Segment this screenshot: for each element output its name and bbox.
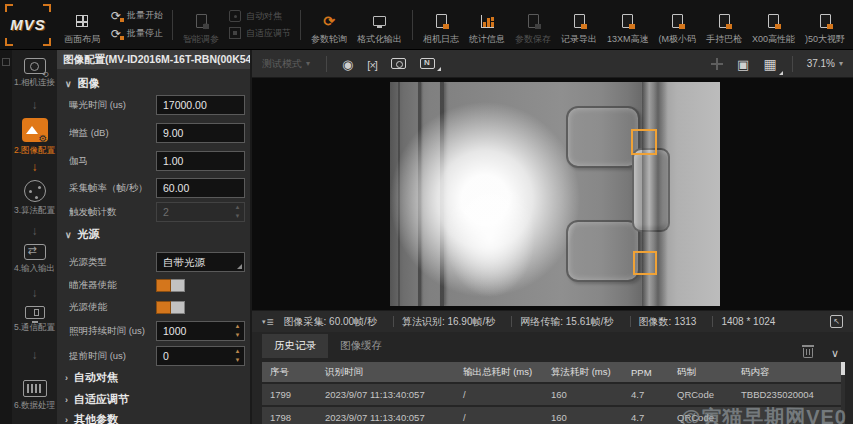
network-rate: 网络传输: 15.61帧/秒 — [520, 315, 613, 329]
barcode-icon — [23, 380, 47, 397]
advance-time-input[interactable]: 0 ▲▼ — [156, 346, 245, 366]
roi-box — [631, 129, 657, 155]
section-image[interactable]: ∨图像 — [65, 76, 100, 91]
crosshair-button[interactable] — [367, 55, 377, 73]
trigger-count-row: 触发帧计数 2 ▲▼ — [69, 202, 245, 222]
exposure-input[interactable]: 17000.00 — [156, 95, 245, 115]
flow-arrow-icon: ↓ — [12, 160, 57, 174]
smart-tune-button[interactable]: ⚙ 智能调参 — [178, 4, 224, 46]
pan-button[interactable] — [711, 58, 723, 70]
framerate-input[interactable]: 60.00 — [156, 178, 245, 198]
flow-arrow-icon: ↓ — [12, 286, 57, 300]
spinner-icon[interactable]: ▲▼ — [233, 323, 242, 339]
step-communication-config[interactable]: 5.通信配置 — [12, 306, 57, 334]
step-camera-connect[interactable]: 1.相机连接 — [12, 58, 57, 89]
logo-corner-icon — [5, 38, 13, 46]
zoom-level: 37.1% — [807, 58, 835, 69]
chevron-down-icon: ∨ — [65, 230, 72, 240]
table-scrollbar[interactable] — [841, 362, 845, 420]
viewer-status-bar: ▾≡ 图像采集: 60.00帧/秒 算法识别: 16.90帧/秒 网络传输: 1… — [252, 310, 853, 332]
status-menu-icon[interactable]: ▾≡ — [262, 317, 274, 327]
preset-large-fov-button[interactable]: )50大视野 — [800, 4, 850, 46]
monitor-icon — [373, 13, 386, 30]
section-other[interactable]: ›其他参数 — [65, 412, 118, 424]
section-adaptive[interactable]: ›自适应调节 — [65, 392, 129, 407]
section-autofocus[interactable]: ›自动对焦 — [65, 370, 118, 385]
loop-start-icon — [109, 9, 123, 23]
preset-doc-icon — [768, 13, 779, 30]
batch-start-button[interactable]: 批量开始 — [109, 9, 163, 23]
spinner-icon[interactable]: ▲▼ — [233, 348, 242, 364]
preset-doc-icon — [719, 13, 730, 30]
tab-image-cache[interactable]: 图像缓存 — [328, 334, 394, 358]
gain-input[interactable]: 9.00 — [156, 123, 245, 143]
logo-corner-icon — [43, 4, 51, 12]
viewer-canvas — [252, 78, 853, 310]
focus-group: 自动对焦 自适应调节 — [224, 4, 295, 46]
toolbar-divider — [300, 10, 301, 40]
toolbar-divider — [172, 10, 173, 40]
table-row[interactable]: 1798 2023/9/07 11:13:40:057 / 160 4.7 QR… — [262, 407, 845, 424]
loop-stop-icon — [109, 27, 123, 41]
light-duration-input[interactable]: 1000 ▲▼ — [156, 321, 245, 341]
image-config-panel: 图像配置(MV-ID2016M-16T-RBN(00K544921 ∨图像 曝光… — [57, 50, 250, 424]
embossed-tab — [566, 106, 640, 168]
bar-chart-icon — [481, 13, 494, 30]
param-poll-button[interactable]: 参数轮询 — [306, 4, 352, 46]
layout-button[interactable]: 画面布局 — [59, 4, 105, 46]
specular-highlight — [445, 177, 535, 297]
table-row[interactable]: 1799 2023/9/07 11:13:40:057 / 160 4.7 QR… — [262, 384, 845, 405]
test-mode-select[interactable]: 测试模式 — [262, 57, 302, 71]
continuous-snapshot-button[interactable] — [420, 58, 435, 69]
auto-focus-button[interactable]: 自动对焦 — [228, 10, 291, 23]
image-frame-button[interactable] — [737, 55, 749, 73]
statistics-button[interactable]: 统计信息 — [464, 4, 510, 46]
step-image-config[interactable]: 2.图像配置 — [12, 118, 57, 157]
adaptive-adjust-button[interactable]: 自适应调节 — [228, 27, 291, 40]
gamma-input[interactable]: 1.00 — [156, 151, 245, 171]
flow-arrow-icon: ↓ — [12, 348, 57, 362]
camera-log-button[interactable]: 相机日志 — [418, 4, 464, 46]
mvs-logo: MVS — [5, 4, 51, 46]
toolbar-divider — [326, 56, 327, 72]
snapshot-button[interactable] — [391, 58, 406, 69]
grid-view-button[interactable] — [763, 55, 776, 73]
step-algorithm-config[interactable]: 3.算法配置 — [12, 180, 57, 217]
step-data-process[interactable]: 6.数据处理 — [12, 380, 57, 412]
preset-xm-small-code-button[interactable]: (M极小码 — [654, 4, 702, 46]
image-config-icon — [22, 118, 48, 142]
format-output-button[interactable]: 格式化输出 — [352, 4, 407, 46]
adaptive-icon — [228, 27, 242, 39]
poll-refresh-icon — [323, 13, 335, 30]
batch-group: 批量开始 批量停止 — [105, 4, 167, 46]
aimer-enable-row: 瞄准器使能 — [69, 275, 245, 295]
zoom-dropdown-icon[interactable]: ▾ — [839, 59, 843, 68]
batch-stop-button[interactable]: 批量停止 — [109, 27, 163, 41]
light-enable-toggle[interactable] — [156, 301, 185, 314]
trash-icon[interactable] — [803, 348, 813, 358]
focus-icon — [228, 10, 242, 22]
tab-history-record[interactable]: 历史记录 — [262, 334, 328, 358]
section-light[interactable]: ∨光源 — [65, 227, 100, 242]
light-type-row: 光源类型 自带光源 — [69, 252, 245, 272]
light-type-select[interactable]: 自带光源 — [156, 252, 245, 272]
collapse-chevron-icon[interactable]: ∨ — [831, 348, 839, 358]
aimer-enable-toggle[interactable] — [156, 279, 185, 292]
workflow-sidebar: 1.相机连接 ↓ 2.图像配置 ↓ 3.算法配置 ↓ 4.输入输出 ↓ 5.通信… — [0, 50, 57, 424]
panel-title: 图像配置(MV-ID2016M-16T-RBN(00K544921 — [57, 50, 250, 69]
step-input-output[interactable]: 4.输入输出 — [12, 244, 57, 275]
param-save-button[interactable]: 参数保存 — [510, 4, 556, 46]
preset-13xm-button[interactable]: 13XM高速 — [602, 4, 654, 46]
panel-collapse-icon[interactable] — [2, 58, 10, 66]
record-export-button[interactable]: 记录导出 — [556, 4, 602, 46]
preset-handheld-button[interactable]: 手持巴枪 — [701, 4, 747, 46]
grid-layout-icon — [76, 13, 88, 30]
preset-high-performance-button[interactable]: X00高性能 — [747, 4, 800, 46]
chevron-down-icon: ∨ — [65, 79, 72, 89]
record-button[interactable] — [342, 55, 353, 73]
exposure-row: 曝光时间 (us) 17000.00 — [69, 95, 245, 115]
fit-window-icon[interactable]: ↖ — [830, 315, 843, 328]
chevron-right-icon: › — [65, 415, 68, 424]
gamma-row: 伽马 1.00 — [69, 151, 245, 171]
algorithm-rate: 算法识别: 16.90帧/秒 — [402, 315, 495, 329]
